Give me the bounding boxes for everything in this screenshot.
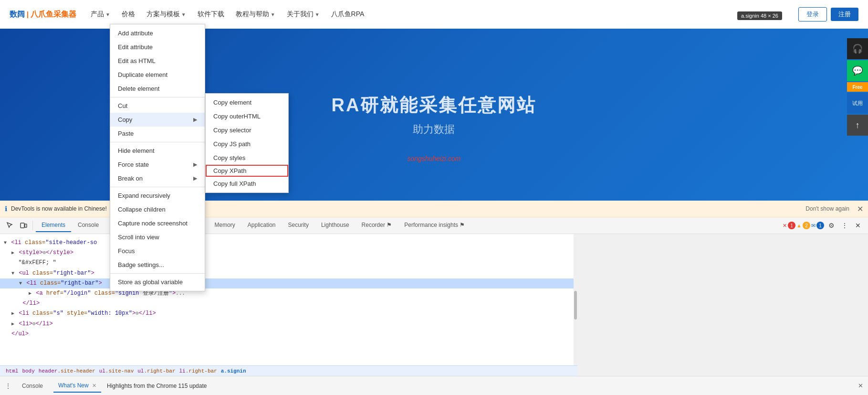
menu-copy-xpath[interactable]: Copy XPath: [206, 165, 288, 177]
menu-collapse-children[interactable]: Collapse children: [110, 203, 205, 216]
menu-divider-4: [110, 273, 205, 274]
menu-capture-screenshot[interactable]: Capture node screenshot: [110, 216, 205, 230]
info-badge: 1: [816, 222, 824, 229]
breadcrumb-ul-sitenav[interactable]: ul.site-nav: [97, 368, 136, 374]
menu-break-on[interactable]: Break on ▶: [110, 171, 205, 185]
menu-badge-settings[interactable]: Badge settings...: [110, 258, 205, 272]
menu-paste[interactable]: Paste: [110, 127, 205, 140]
breadcrumb-ul-rightbar[interactable]: ul.right-bar: [136, 368, 177, 374]
tab-perf-insights[interactable]: Performance insights ⚑: [398, 219, 471, 232]
dom-tree[interactable]: ▼ <li class="site-header-so ▶ <style>⊙</…: [0, 234, 574, 376]
error-badge: 1: [788, 222, 795, 229]
more-options-icon[interactable]: ⋮: [838, 219, 851, 232]
menu-edit-html[interactable]: Edit as HTML: [110, 54, 205, 68]
dom-line-2[interactable]: ▶ <style>⊙</style>: [0, 248, 574, 258]
breadcrumb-li-rightbar[interactable]: li.right-bar: [177, 368, 219, 374]
menu-delete-element[interactable]: Delete element: [110, 82, 205, 96]
menu-cut[interactable]: Cut: [110, 99, 205, 113]
dom-scrollbar[interactable]: [574, 234, 577, 376]
breadcrumb-a-signin[interactable]: a.signin: [219, 368, 248, 374]
svg-rect-1: [25, 224, 27, 227]
dom-line-10[interactable]: </ul>: [0, 329, 574, 339]
device-icon[interactable]: [17, 219, 30, 232]
dom-breadcrumb: html body header.site-header ul.site-nav…: [0, 365, 577, 376]
whats-new-tab[interactable]: What's New ✕: [53, 379, 101, 393]
menu-copy[interactable]: Copy ▶: [110, 113, 205, 127]
tab-security[interactable]: Security: [282, 219, 314, 232]
toolbar-sep-1: [32, 221, 33, 230]
dom-line-1[interactable]: ▼ <li class="site-header-so: [0, 238, 574, 248]
context-menu-copy: Copy element Copy outerHTML Copy selecto…: [205, 93, 289, 193]
menu-add-attribute[interactable]: Add attribute: [110, 26, 205, 40]
toolbar-right: ✕ 1 ▲ 2 ✉ 1 ⚙ ⋮ ✕: [783, 219, 864, 232]
whats-new-close-icon[interactable]: ✕: [92, 383, 96, 388]
menu-scroll-into-view[interactable]: Scroll into view: [110, 230, 205, 244]
devtools-main-panel: ▼ <li class="site-header-so ▶ <style>⊙</…: [0, 234, 577, 376]
context-menu-primary: Add attribute Edit attribute Edit as HTM…: [110, 24, 205, 291]
menu-store-global[interactable]: Store as global variable: [110, 275, 205, 289]
dom-line-5[interactable]: ▼ <li class="right-bar">: [0, 278, 574, 288]
close-devtools-icon[interactable]: ✕: [852, 219, 864, 232]
tab-elements[interactable]: Elements: [36, 219, 71, 232]
info-icon: ℹ: [5, 205, 7, 213]
tab-console[interactable]: Console: [72, 219, 105, 232]
menu-divider-3: [110, 187, 205, 187]
context-menu-overlay: Add attribute Edit attribute Edit as HTM…: [0, 0, 868, 201]
dom-line-4[interactable]: ▼ <ul class="right-bar">: [0, 268, 574, 278]
breadcrumb-html[interactable]: html: [4, 368, 20, 374]
settings-icon[interactable]: ⚙: [825, 219, 837, 232]
menu-edit-attribute[interactable]: Edit attribute: [110, 40, 205, 54]
menu-force-state[interactable]: Force state ▶: [110, 158, 205, 171]
console-tab[interactable]: Console: [17, 380, 48, 392]
notification-text: DevTools is now available in Chinese!: [11, 205, 107, 212]
tab-recorder[interactable]: Recorder ⚑: [356, 219, 398, 232]
console-close-icon[interactable]: ✕: [858, 382, 863, 389]
warning-badge: 2: [803, 222, 810, 229]
inspect-icon[interactable]: [4, 219, 16, 232]
dom-line-7[interactable]: </li>: [0, 299, 574, 309]
copy-arrow-icon: ▶: [193, 117, 197, 123]
breadcrumb-header[interactable]: header.site-header: [37, 368, 97, 374]
menu-copy-styles[interactable]: Copy styles: [206, 151, 288, 165]
tab-application[interactable]: Application: [242, 219, 282, 232]
menu-copy-selector[interactable]: Copy selector: [206, 123, 288, 137]
break-on-arrow-icon: ▶: [193, 175, 197, 181]
dom-line-9[interactable]: ▶ <li>⊙</li>: [0, 319, 574, 329]
menu-copy-full-xpath[interactable]: Copy full XPath: [206, 177, 288, 191]
menu-duplicate-element[interactable]: Duplicate element: [110, 68, 205, 82]
svg-rect-0: [21, 223, 24, 228]
menu-copy-js-path[interactable]: Copy JS path: [206, 137, 288, 151]
tab-lighthouse[interactable]: Lighthouse: [315, 219, 355, 232]
menu-divider-2: [110, 142, 205, 142]
dom-line-3[interactable]: "&#xFEFF; ": [0, 258, 574, 268]
dom-line-8[interactable]: ▶ <li class="s" style="width: 10px">⊙</l…: [0, 309, 574, 319]
menu-copy-outerhtml[interactable]: Copy outerHTML: [206, 109, 288, 123]
console-bar: ⋮ Console What's New ✕ Highlights from t…: [0, 376, 868, 395]
dom-line-6[interactable]: ▶ <a href="/login" class="signin 登录/注册">…: [0, 288, 574, 299]
menu-hide-element[interactable]: Hide element: [110, 144, 205, 158]
notification-close-icon[interactable]: ✕: [857, 204, 863, 214]
force-state-arrow-icon: ▶: [193, 161, 197, 168]
dont-show-link[interactable]: Don't show again: [805, 205, 849, 212]
menu-divider-1: [110, 97, 205, 97]
tab-memory[interactable]: Memory: [209, 219, 241, 232]
breadcrumb-body[interactable]: body: [20, 368, 36, 374]
menu-copy-element[interactable]: Copy element: [206, 96, 288, 109]
menu-expand-recursively[interactable]: Expand recursively: [110, 189, 205, 203]
console-message: Highlights from the Chrome 115 update: [107, 383, 852, 389]
console-menu-icon[interactable]: ⋮: [5, 382, 11, 390]
menu-focus[interactable]: Focus: [110, 244, 205, 258]
scrollbar-thumb[interactable]: [574, 291, 577, 320]
